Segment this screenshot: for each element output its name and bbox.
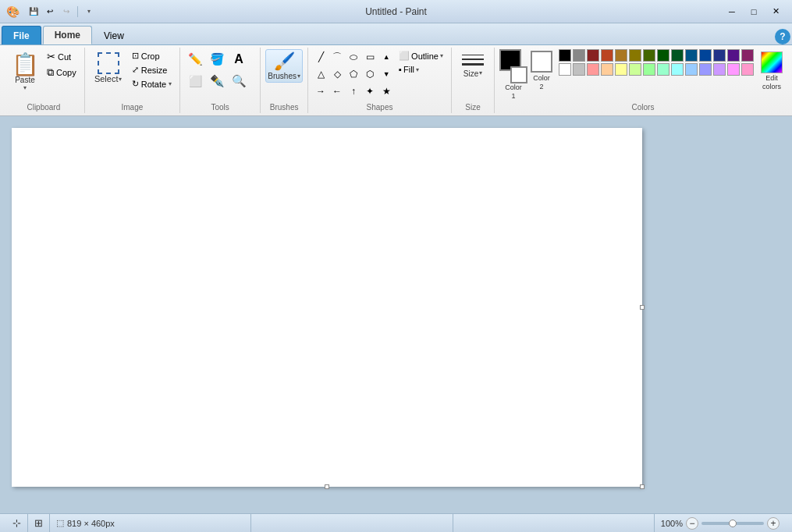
color-cell[interactable] — [601, 49, 613, 62]
fill-button[interactable]: ▪ Fill ▾ — [396, 63, 446, 76]
color-cell[interactable] — [741, 63, 754, 76]
tab-file[interactable]: File — [2, 26, 41, 44]
brushes-button[interactable]: 🖌️ Brushes ▾ — [265, 49, 303, 83]
shapes-more-down[interactable]: ▼ — [378, 66, 394, 82]
help-button[interactable]: ? — [775, 29, 790, 44]
color1-button[interactable]: Color1 — [499, 49, 527, 101]
shapes-more-up[interactable]: ▲ — [378, 49, 394, 65]
color-cell[interactable] — [671, 63, 684, 76]
rotate-label: Rotate — [141, 80, 166, 89]
color-cell[interactable] — [559, 49, 571, 62]
size-button[interactable]: Size ▾ — [456, 49, 489, 91]
text-button[interactable]: A — [229, 49, 249, 69]
color-cell[interactable] — [657, 49, 669, 62]
copy-icon: ⧉ — [47, 66, 54, 79]
brushes-group: 🖌️ Brushes ▾ Brushes — [261, 48, 308, 113]
rotate-button[interactable]: ↻ Rotate ▾ — [129, 77, 175, 90]
color1-swatch-container — [499, 49, 527, 83]
handle-bottom-right[interactable] — [640, 484, 645, 489]
color-cell[interactable] — [699, 63, 712, 76]
cut-button[interactable]: ✂ Cut — [44, 49, 80, 64]
select-button[interactable]: Select ▾ — [91, 49, 126, 87]
color2-button[interactable]: Color2 — [531, 49, 552, 91]
shapes-bot-row: → ← ↑ ✦ ★ — [313, 83, 394, 99]
save-button[interactable]: 💾 — [27, 5, 41, 19]
color-cell[interactable] — [643, 49, 655, 62]
cut-icon: ✂ — [47, 51, 55, 62]
color-cell[interactable] — [685, 49, 698, 62]
outline-label: Outline — [411, 51, 439, 61]
color-cell[interactable] — [587, 63, 599, 76]
color-cell[interactable] — [573, 63, 585, 76]
color-cell[interactable] — [629, 63, 641, 76]
handle-middle-right[interactable] — [640, 305, 645, 310]
color-cell[interactable] — [601, 63, 613, 76]
magnifier-button[interactable]: 🔍 — [229, 71, 249, 91]
maximize-button[interactable]: □ — [744, 4, 764, 20]
copy-button[interactable]: ⧉ Copy — [44, 65, 80, 80]
shape-oval[interactable]: ⬭ — [346, 49, 361, 65]
shape-curve[interactable]: ⌒ — [329, 49, 345, 65]
color-cell[interactable] — [727, 49, 740, 62]
color-cell[interactable] — [657, 63, 669, 76]
shape-up-arrow[interactable]: ↑ — [346, 83, 361, 99]
shape-triangle[interactable]: △ — [313, 66, 329, 82]
paste-button[interactable]: 📋 Paste ▾ — [8, 49, 42, 94]
color-cell[interactable] — [713, 49, 726, 62]
minimize-button[interactable]: ─ — [722, 4, 742, 20]
select-icon — [98, 52, 119, 74]
color-cell[interactable] — [587, 49, 599, 62]
tab-view[interactable]: View — [92, 26, 136, 44]
color-cell[interactable] — [559, 63, 571, 76]
color-cell[interactable] — [629, 49, 641, 62]
shapes-mid-row: △ ◇ ⬠ ⬡ ▼ — [313, 66, 394, 82]
brushes-group-label: Brushes — [270, 103, 299, 112]
shape-star[interactable]: ★ — [378, 83, 394, 99]
undo-button[interactable]: ↩ — [43, 5, 57, 19]
eraser-button[interactable]: ⬜ — [185, 71, 205, 91]
fill-arrow: ▾ — [416, 66, 419, 73]
tab-home[interactable]: Home — [43, 26, 92, 44]
color-cell[interactable] — [615, 49, 627, 62]
image-group-content: Select ▾ ⊡ Crop ⤢ Resize — [90, 49, 175, 112]
close-button[interactable]: ✕ — [765, 4, 786, 20]
shape-right-arrow[interactable]: → — [313, 83, 329, 99]
size-group-content: Size ▾ — [456, 49, 489, 112]
color-cell[interactable] — [573, 49, 585, 62]
shape-rect[interactable]: ▭ — [362, 49, 378, 65]
clipboard-group-content: 📋 Paste ▾ ✂ Cut ⧉ Copy — [8, 49, 80, 112]
color-cell[interactable] — [699, 49, 712, 62]
zoom-slider[interactable] — [701, 522, 764, 525]
shape-hexagon[interactable]: ⬡ — [362, 66, 378, 82]
zoom-out-button[interactable]: − — [686, 517, 698, 530]
redo-button[interactable]: ↪ — [59, 5, 73, 19]
color-cell[interactable] — [643, 63, 655, 76]
crop-button[interactable]: ⊡ Crop — [129, 49, 175, 62]
size-lines-icon — [462, 52, 484, 68]
color-cell[interactable] — [685, 63, 698, 76]
shape-diamond[interactable]: ◇ — [329, 66, 345, 82]
colors-group: Color1 Color2 — [495, 48, 791, 113]
shape-4arrow[interactable]: ✦ — [362, 83, 378, 99]
paint-canvas[interactable] — [12, 128, 642, 487]
paint-icon: 🎨 — [6, 5, 19, 18]
color-cell[interactable] — [727, 63, 740, 76]
shape-line[interactable]: ╱ — [313, 49, 329, 65]
outline-button[interactable]: ⬜ Outline ▾ — [396, 49, 446, 62]
edit-colors-button[interactable]: Editcolors — [757, 49, 787, 94]
zoom-in-button[interactable]: + — [767, 517, 780, 530]
quick-access-dropdown[interactable]: ▾ — [82, 5, 96, 19]
color-cell[interactable] — [741, 49, 754, 62]
shape-left-arrow[interactable]: ← — [329, 83, 345, 99]
color-picker-button[interactable]: ✒️ — [207, 71, 227, 91]
color-cell[interactable] — [615, 63, 627, 76]
handle-bottom-middle[interactable] — [325, 484, 329, 489]
zoom-level-text: 100% — [661, 519, 683, 528]
pencil-button[interactable]: ✏️ — [185, 49, 205, 69]
color-cell[interactable] — [713, 63, 726, 76]
shape-pentagon[interactable]: ⬠ — [346, 66, 361, 82]
resize-icon: ⤢ — [132, 65, 139, 75]
color-cell[interactable] — [671, 49, 684, 62]
resize-button[interactable]: ⤢ Resize — [129, 63, 175, 76]
fill-button[interactable]: 🪣 — [207, 49, 227, 69]
